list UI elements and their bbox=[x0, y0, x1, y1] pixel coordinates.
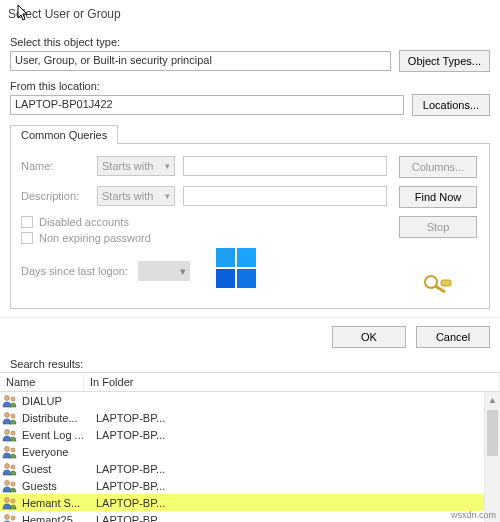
row-name: Everyone bbox=[22, 446, 92, 458]
col-name[interactable]: Name bbox=[0, 373, 84, 391]
row-name: Event Log ... bbox=[22, 429, 92, 441]
object-type-label: Select this object type: bbox=[10, 36, 490, 48]
svg-point-12 bbox=[11, 431, 15, 435]
row-name: Hemant S... bbox=[22, 497, 92, 509]
columns-button[interactable]: Columns... bbox=[399, 156, 477, 178]
row-name: Distribute... bbox=[22, 412, 92, 424]
row-folder: LAPTOP-BP... bbox=[96, 514, 498, 523]
non-expiring-checkbox[interactable] bbox=[21, 232, 33, 244]
table-row[interactable]: Hemant25...LAPTOP-BP... bbox=[0, 511, 500, 522]
svg-rect-3 bbox=[237, 269, 256, 288]
days-since-label: Days since last logon: bbox=[21, 265, 128, 277]
table-row[interactable]: DIALUP bbox=[0, 392, 500, 409]
scrollbar-vertical[interactable]: ▲ ▼ bbox=[484, 392, 500, 522]
svg-point-13 bbox=[5, 446, 10, 451]
user-group-icon bbox=[2, 445, 18, 459]
user-group-icon bbox=[2, 513, 18, 523]
svg-point-10 bbox=[11, 414, 15, 418]
scroll-thumb[interactable] bbox=[487, 410, 498, 456]
user-group-icon bbox=[2, 479, 18, 493]
svg-point-14 bbox=[11, 448, 15, 452]
svg-point-19 bbox=[5, 497, 10, 502]
table-row[interactable]: GuestLAPTOP-BP... bbox=[0, 460, 500, 477]
scroll-up-icon[interactable]: ▲ bbox=[485, 392, 500, 408]
non-expiring-label: Non expiring password bbox=[39, 232, 151, 244]
svg-point-7 bbox=[5, 395, 10, 400]
svg-point-17 bbox=[5, 480, 10, 485]
user-group-icon bbox=[2, 496, 18, 510]
user-group-icon bbox=[2, 428, 18, 442]
name-label: Name: bbox=[21, 160, 89, 172]
disabled-accounts-label: Disabled accounts bbox=[39, 216, 129, 228]
table-row[interactable]: Hemant S...LAPTOP-BP... bbox=[0, 494, 500, 511]
table-row[interactable]: GuestsLAPTOP-BP... bbox=[0, 477, 500, 494]
col-folder[interactable]: In Folder bbox=[84, 373, 500, 391]
svg-point-21 bbox=[5, 514, 10, 519]
cancel-button[interactable]: Cancel bbox=[416, 326, 490, 348]
results-header: Name In Folder bbox=[0, 372, 500, 392]
find-now-button[interactable]: Find Now bbox=[399, 186, 477, 208]
svg-rect-6 bbox=[441, 280, 451, 286]
svg-rect-2 bbox=[216, 269, 235, 288]
name-mode-combo[interactable]: Starts with ▾ bbox=[97, 156, 175, 176]
results-grid[interactable]: DIALUPDistribute...LAPTOP-BP...Event Log… bbox=[0, 392, 500, 522]
row-name: Guest bbox=[22, 463, 92, 475]
svg-line-5 bbox=[435, 286, 445, 292]
svg-point-20 bbox=[11, 499, 15, 503]
svg-point-16 bbox=[11, 465, 15, 469]
footer-watermark: wsxdn.com bbox=[451, 510, 496, 520]
chevron-down-icon: ▾ bbox=[165, 191, 170, 201]
locations-button[interactable]: Locations... bbox=[412, 94, 490, 116]
ok-button[interactable]: OK bbox=[332, 326, 406, 348]
disabled-accounts-checkbox[interactable] bbox=[21, 216, 33, 228]
tab-common-queries[interactable]: Common Queries bbox=[10, 125, 118, 144]
days-since-combo[interactable]: ▾ bbox=[138, 261, 190, 281]
row-folder: LAPTOP-BP... bbox=[96, 497, 498, 509]
queries-panel: Name: Starts with ▾ Description: Starts … bbox=[10, 143, 490, 309]
user-group-icon bbox=[2, 462, 18, 476]
user-group-icon bbox=[2, 394, 18, 408]
user-group-icon bbox=[2, 411, 18, 425]
description-label: Description: bbox=[21, 190, 89, 202]
table-row[interactable]: Event Log ...LAPTOP-BP... bbox=[0, 426, 500, 443]
svg-rect-0 bbox=[216, 248, 235, 267]
windows-logo-icon bbox=[216, 248, 256, 288]
location-field[interactable]: LAPTOP-BP01J422 bbox=[10, 95, 404, 115]
row-folder: LAPTOP-BP... bbox=[96, 480, 498, 492]
row-folder: LAPTOP-BP... bbox=[96, 463, 498, 475]
svg-point-18 bbox=[11, 482, 15, 486]
window-title: Select User or Group bbox=[8, 7, 121, 21]
object-types-button[interactable]: Object Types... bbox=[399, 50, 490, 72]
svg-point-15 bbox=[5, 463, 10, 468]
object-type-field[interactable]: User, Group, or Built-in security princi… bbox=[10, 51, 391, 71]
title-bar: Select User or Group bbox=[0, 0, 500, 28]
table-row[interactable]: Everyone bbox=[0, 443, 500, 460]
svg-point-22 bbox=[11, 516, 15, 520]
row-name: Guests bbox=[22, 480, 92, 492]
name-input[interactable] bbox=[183, 156, 387, 176]
svg-point-11 bbox=[5, 429, 10, 434]
chevron-down-icon: ▾ bbox=[165, 161, 170, 171]
description-mode-combo[interactable]: Starts with ▾ bbox=[97, 186, 175, 206]
search-results-label: Search results: bbox=[0, 356, 500, 372]
row-folder: LAPTOP-BP... bbox=[96, 412, 498, 424]
description-input[interactable] bbox=[183, 186, 387, 206]
chevron-down-icon: ▾ bbox=[180, 265, 186, 278]
svg-point-8 bbox=[11, 397, 15, 401]
location-label: From this location: bbox=[10, 80, 490, 92]
row-name: Hemant25... bbox=[22, 514, 92, 523]
svg-point-9 bbox=[5, 412, 10, 417]
row-folder: LAPTOP-BP... bbox=[96, 429, 498, 441]
table-row[interactable]: Distribute...LAPTOP-BP... bbox=[0, 409, 500, 426]
row-name: DIALUP bbox=[22, 395, 92, 407]
search-key-icon bbox=[423, 274, 453, 294]
stop-button[interactable]: Stop bbox=[399, 216, 477, 238]
svg-rect-1 bbox=[237, 248, 256, 267]
